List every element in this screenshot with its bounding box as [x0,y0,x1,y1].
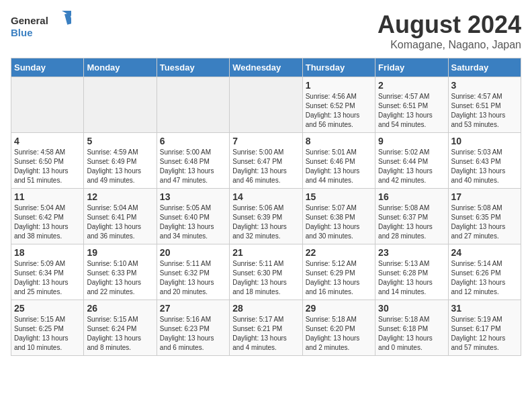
day-info: Sunrise: 5:08 AMSunset: 6:37 PMDaylight:… [378,203,445,241]
calendar-cell: 16Sunrise: 5:08 AMSunset: 6:37 PMDayligh… [375,189,448,244]
calendar-cell: 1Sunrise: 4:56 AMSunset: 6:52 PMDaylight… [302,77,375,133]
day-number: 9 [378,136,445,146]
calendar-cell: 24Sunrise: 5:14 AMSunset: 6:26 PMDayligh… [448,244,521,300]
day-info: Sunrise: 5:04 AMSunset: 6:41 PMDaylight:… [87,203,153,241]
weekday-header: Monday [84,58,157,77]
day-number: 10 [451,136,518,146]
calendar-cell: 21Sunrise: 5:11 AMSunset: 6:30 PMDayligh… [230,244,302,300]
calendar-cell: 6Sunrise: 5:00 AMSunset: 6:48 PMDaylight… [157,133,229,189]
calendar-cell: 7Sunrise: 5:00 AMSunset: 6:47 PMDaylight… [230,133,302,189]
day-number: 16 [378,191,445,202]
calendar-cell: 26Sunrise: 5:15 AMSunset: 6:24 PMDayligh… [84,300,157,356]
calendar-week-row: 18Sunrise: 5:09 AMSunset: 6:34 PMDayligh… [11,244,521,300]
day-number: 19 [87,247,153,258]
day-number: 14 [232,191,299,202]
day-info: Sunrise: 5:02 AMSunset: 6:44 PMDaylight:… [378,148,445,185]
day-info: Sunrise: 5:04 AMSunset: 6:42 PMDaylight:… [14,203,81,241]
logo-svg: General Blue [11,11,71,41]
day-number: 18 [14,247,81,258]
day-info: Sunrise: 4:56 AMSunset: 6:52 PMDaylight:… [306,92,372,130]
day-number: 11 [14,191,81,202]
day-number: 30 [378,303,445,314]
calendar-cell [157,77,229,133]
day-info: Sunrise: 5:17 AMSunset: 6:21 PMDaylight:… [232,315,299,353]
calendar-cell: 8Sunrise: 5:01 AMSunset: 6:46 PMDaylight… [302,133,375,189]
day-info: Sunrise: 5:15 AMSunset: 6:24 PMDaylight:… [87,315,153,353]
weekday-header: Thursday [302,58,375,77]
day-number: 27 [160,303,226,314]
weekday-header: Sunday [11,58,84,77]
weekday-header: Friday [375,58,448,77]
day-number: 22 [306,247,372,258]
day-number: 29 [306,303,372,314]
day-number: 28 [232,303,299,314]
day-info: Sunrise: 5:00 AMSunset: 6:47 PMDaylight:… [232,148,299,185]
calendar-week-row: 1Sunrise: 4:56 AMSunset: 6:52 PMDaylight… [11,77,521,133]
day-number: 24 [451,247,518,258]
calendar-cell: 15Sunrise: 5:07 AMSunset: 6:38 PMDayligh… [302,189,375,244]
day-number: 17 [451,191,518,202]
day-number: 4 [14,136,81,146]
weekday-header-row: SundayMondayTuesdayWednesdayThursdayFrid… [11,58,521,77]
calendar-cell: 29Sunrise: 5:18 AMSunset: 6:20 PMDayligh… [302,300,375,356]
page-subtitle: Komagane, Nagano, Japan [378,39,521,51]
day-info: Sunrise: 4:59 AMSunset: 6:49 PMDaylight:… [87,148,153,185]
calendar-cell: 28Sunrise: 5:17 AMSunset: 6:21 PMDayligh… [230,300,302,356]
day-info: Sunrise: 4:58 AMSunset: 6:50 PMDaylight:… [14,148,81,185]
day-info: Sunrise: 5:10 AMSunset: 6:33 PMDaylight:… [87,259,153,297]
calendar-cell: 17Sunrise: 5:08 AMSunset: 6:35 PMDayligh… [448,189,521,244]
day-number: 2 [378,80,445,91]
day-info: Sunrise: 5:09 AMSunset: 6:34 PMDaylight:… [14,259,81,297]
calendar-cell [230,77,302,133]
day-info: Sunrise: 5:03 AMSunset: 6:43 PMDaylight:… [451,148,518,185]
title-area: August 2024 Komagane, Nagano, Japan [378,11,521,51]
calendar-cell [84,77,157,133]
weekday-header: Wednesday [230,58,302,77]
svg-text:General: General [11,15,48,26]
calendar-week-row: 25Sunrise: 5:15 AMSunset: 6:25 PMDayligh… [11,300,521,356]
day-info: Sunrise: 5:11 AMSunset: 6:30 PMDaylight:… [232,259,299,297]
calendar-cell: 25Sunrise: 5:15 AMSunset: 6:25 PMDayligh… [11,300,84,356]
calendar-cell: 11Sunrise: 5:04 AMSunset: 6:42 PMDayligh… [11,189,84,244]
calendar-cell: 2Sunrise: 4:57 AMSunset: 6:51 PMDaylight… [375,77,448,133]
day-number: 26 [87,303,153,314]
calendar-cell: 14Sunrise: 5:06 AMSunset: 6:39 PMDayligh… [230,189,302,244]
calendar-table: SundayMondayTuesdayWednesdayThursdayFrid… [11,58,521,356]
weekday-header: Tuesday [157,58,229,77]
day-number: 15 [306,191,372,202]
day-info: Sunrise: 5:18 AMSunset: 6:20 PMDaylight:… [306,315,372,353]
calendar-cell: 4Sunrise: 4:58 AMSunset: 6:50 PMDaylight… [11,133,84,189]
calendar-cell: 23Sunrise: 5:13 AMSunset: 6:28 PMDayligh… [375,244,448,300]
weekday-header: Saturday [448,58,521,77]
day-number: 20 [160,247,226,258]
day-number: 3 [451,80,518,91]
day-info: Sunrise: 5:19 AMSunset: 6:17 PMDaylight:… [451,315,518,353]
day-number: 23 [378,247,445,258]
day-info: Sunrise: 5:12 AMSunset: 6:29 PMDaylight:… [306,259,372,297]
day-number: 6 [160,136,226,146]
day-info: Sunrise: 5:01 AMSunset: 6:46 PMDaylight:… [306,148,372,185]
calendar-cell: 18Sunrise: 5:09 AMSunset: 6:34 PMDayligh… [11,244,84,300]
calendar-cell: 5Sunrise: 4:59 AMSunset: 6:49 PMDaylight… [84,133,157,189]
calendar-cell: 20Sunrise: 5:11 AMSunset: 6:32 PMDayligh… [157,244,229,300]
calendar-cell: 3Sunrise: 4:57 AMSunset: 6:51 PMDaylight… [448,77,521,133]
day-info: Sunrise: 5:11 AMSunset: 6:32 PMDaylight:… [160,259,226,297]
day-info: Sunrise: 4:57 AMSunset: 6:51 PMDaylight:… [378,92,445,130]
day-number: 25 [14,303,81,314]
logo: General Blue [11,11,71,41]
calendar-cell: 9Sunrise: 5:02 AMSunset: 6:44 PMDaylight… [375,133,448,189]
calendar-week-row: 4Sunrise: 4:58 AMSunset: 6:50 PMDaylight… [11,133,521,189]
page-title: August 2024 [378,11,521,39]
day-info: Sunrise: 5:14 AMSunset: 6:26 PMDaylight:… [451,259,518,297]
day-info: Sunrise: 5:15 AMSunset: 6:25 PMDaylight:… [14,315,81,353]
day-number: 31 [451,303,518,314]
day-number: 8 [306,136,372,146]
day-info: Sunrise: 5:07 AMSunset: 6:38 PMDaylight:… [306,203,372,241]
day-info: Sunrise: 5:18 AMSunset: 6:18 PMDaylight:… [378,315,445,353]
day-info: Sunrise: 5:05 AMSunset: 6:40 PMDaylight:… [160,203,226,241]
day-number: 13 [160,191,226,202]
day-info: Sunrise: 5:16 AMSunset: 6:23 PMDaylight:… [160,315,226,353]
calendar-cell: 31Sunrise: 5:19 AMSunset: 6:17 PMDayligh… [448,300,521,356]
day-number: 7 [232,136,299,146]
day-number: 5 [87,136,153,146]
